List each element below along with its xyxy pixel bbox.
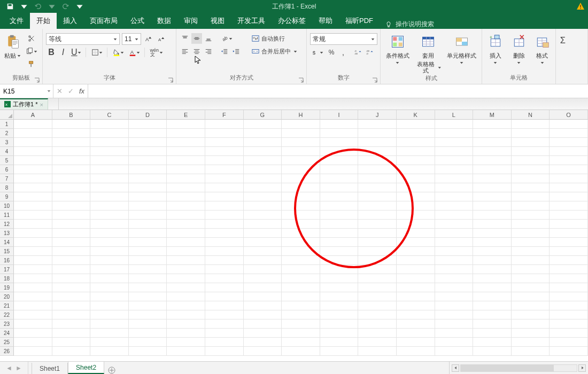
cut-button[interactable] bbox=[24, 33, 39, 44]
cell[interactable] bbox=[52, 347, 91, 356]
cell[interactable] bbox=[205, 338, 244, 347]
cell[interactable] bbox=[435, 329, 474, 338]
cell[interactable] bbox=[52, 174, 91, 183]
cell[interactable] bbox=[129, 192, 167, 201]
column-header[interactable]: K bbox=[397, 110, 435, 120]
cell[interactable] bbox=[244, 310, 282, 320]
tab-help[interactable]: 帮助 bbox=[312, 13, 339, 29]
cell[interactable] bbox=[473, 147, 512, 156]
cell[interactable] bbox=[550, 310, 588, 320]
cell[interactable] bbox=[435, 174, 474, 183]
column-header[interactable]: J bbox=[358, 110, 397, 120]
cell[interactable] bbox=[473, 201, 512, 211]
cell[interactable] bbox=[244, 274, 282, 283]
cell[interactable] bbox=[14, 129, 52, 138]
cell[interactable] bbox=[14, 256, 52, 265]
cell[interactable] bbox=[167, 201, 205, 211]
row-header[interactable]: 1 bbox=[0, 120, 14, 129]
cell[interactable] bbox=[550, 238, 588, 247]
cell[interactable] bbox=[205, 329, 244, 338]
cell[interactable] bbox=[282, 138, 320, 147]
cell[interactable] bbox=[435, 156, 474, 165]
cell[interactable] bbox=[90, 138, 129, 147]
workbook-tab-close[interactable]: × bbox=[40, 102, 43, 108]
cell[interactable] bbox=[512, 120, 550, 129]
column-header[interactable]: F bbox=[205, 110, 244, 120]
font-color-button[interactable]: A bbox=[127, 47, 142, 58]
cell[interactable] bbox=[14, 338, 52, 347]
cell[interactable] bbox=[90, 147, 129, 156]
cell[interactable] bbox=[129, 274, 167, 283]
cell[interactable] bbox=[244, 220, 282, 229]
increase-decimal-button[interactable]: .0.00 bbox=[353, 47, 363, 58]
cell[interactable] bbox=[282, 283, 320, 292]
cell[interactable] bbox=[435, 183, 474, 192]
cell[interactable] bbox=[129, 211, 167, 220]
cell[interactable] bbox=[473, 183, 512, 192]
phonetic-button[interactable]: wén文 bbox=[149, 47, 165, 58]
cell[interactable] bbox=[473, 129, 512, 138]
cell[interactable] bbox=[358, 347, 397, 356]
cell[interactable] bbox=[512, 292, 550, 301]
cell[interactable] bbox=[205, 201, 244, 211]
wrap-text-button[interactable]: ab 自动换行 bbox=[250, 33, 298, 44]
bold-button[interactable]: B bbox=[46, 47, 57, 58]
cell[interactable] bbox=[397, 265, 435, 274]
row-header[interactable]: 5 bbox=[0, 156, 14, 165]
cell[interactable] bbox=[244, 347, 282, 356]
cell[interactable] bbox=[90, 238, 129, 247]
cell[interactable] bbox=[90, 165, 129, 174]
cell[interactable] bbox=[129, 120, 167, 129]
cell[interactable] bbox=[167, 174, 205, 183]
align-middle-button[interactable] bbox=[191, 33, 202, 44]
cell[interactable] bbox=[550, 183, 588, 192]
cell[interactable] bbox=[550, 120, 588, 129]
cell[interactable] bbox=[14, 320, 52, 329]
cell[interactable] bbox=[52, 310, 91, 320]
cell[interactable] bbox=[52, 274, 91, 283]
row-header[interactable]: 7 bbox=[0, 174, 14, 183]
cell[interactable] bbox=[167, 147, 205, 156]
cell[interactable] bbox=[205, 274, 244, 283]
cell[interactable] bbox=[435, 301, 474, 310]
accounting-format-button[interactable]: $ bbox=[310, 47, 325, 58]
cell[interactable] bbox=[167, 274, 205, 283]
cell[interactable] bbox=[129, 183, 167, 192]
cell[interactable] bbox=[205, 247, 244, 256]
cell[interactable] bbox=[320, 310, 359, 320]
font-launcher[interactable] bbox=[167, 76, 174, 83]
cell[interactable] bbox=[90, 247, 129, 256]
column-header[interactable]: D bbox=[129, 110, 167, 120]
row-header[interactable]: 9 bbox=[0, 192, 14, 201]
tab-data[interactable]: 数据 bbox=[151, 13, 177, 29]
sheet-nav-next[interactable]: ► bbox=[14, 364, 24, 372]
cancel-formula-button[interactable]: ✕ bbox=[57, 87, 63, 95]
align-bottom-button[interactable] bbox=[203, 33, 214, 44]
cell[interactable] bbox=[244, 138, 282, 147]
cell[interactable] bbox=[244, 156, 282, 165]
save-button[interactable] bbox=[4, 1, 16, 12]
merge-center-button[interactable]: 合并后居中 bbox=[250, 46, 306, 57]
cell[interactable] bbox=[397, 138, 435, 147]
row-header[interactable]: 20 bbox=[0, 292, 14, 301]
new-sheet-button[interactable] bbox=[104, 367, 119, 374]
cell[interactable] bbox=[52, 156, 91, 165]
select-all-corner[interactable] bbox=[0, 110, 14, 120]
cell[interactable] bbox=[244, 192, 282, 201]
cell[interactable] bbox=[90, 320, 129, 329]
cell[interactable] bbox=[512, 310, 550, 320]
hscroll-right[interactable] bbox=[578, 364, 586, 372]
cell[interactable] bbox=[90, 347, 129, 356]
cell[interactable] bbox=[52, 338, 91, 347]
delete-cells-button[interactable]: 删除 bbox=[509, 31, 529, 73]
cell[interactable] bbox=[14, 174, 52, 183]
cell[interactable] bbox=[52, 320, 91, 329]
cell[interactable] bbox=[205, 220, 244, 229]
cell[interactable] bbox=[167, 165, 205, 174]
decrease-indent-button[interactable] bbox=[219, 46, 230, 57]
orientation-button[interactable]: ab bbox=[219, 33, 234, 44]
cell[interactable] bbox=[473, 283, 512, 292]
cell[interactable] bbox=[282, 265, 320, 274]
cell[interactable] bbox=[435, 338, 474, 347]
cell[interactable] bbox=[473, 229, 512, 238]
